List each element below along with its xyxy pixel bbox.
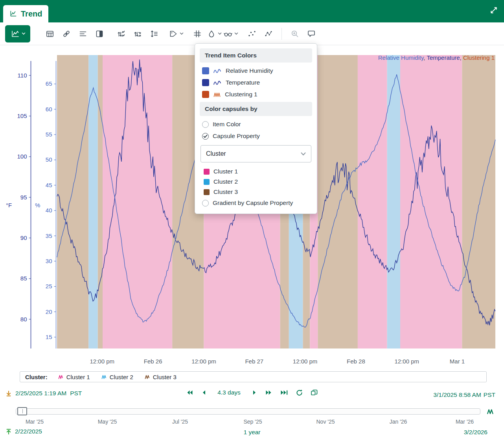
trend-item-temperature[interactable]: Temperature xyxy=(200,77,312,89)
x-tick-label: Mar 1 xyxy=(450,358,465,365)
skip-to-end-button[interactable] xyxy=(280,389,288,396)
interpolation-icon[interactable] xyxy=(261,26,276,42)
capsule-band-cluster-1[interactable] xyxy=(400,55,462,348)
y-tick-label: 25 xyxy=(46,283,52,289)
y-tick-label: 30 xyxy=(46,258,52,264)
radio-capsule-property[interactable]: Capsule Property xyxy=(200,130,312,142)
display-range-controls: 2/25/2025 1:19 AM PST 4.3 days 3/1/2025 … xyxy=(0,388,504,401)
capsule-band-cluster-3[interactable] xyxy=(318,55,358,348)
radio-label: Capsule Property xyxy=(213,133,260,140)
compress-lanes-alt-icon[interactable] xyxy=(130,26,145,42)
fast-rewind-button[interactable] xyxy=(186,389,193,396)
y-tick-label: 95 xyxy=(20,194,27,201)
gridlines-icon[interactable] xyxy=(189,26,205,42)
radio-checked-icon xyxy=(202,133,209,140)
zoom-in-icon[interactable] xyxy=(287,26,303,42)
step-forward-button[interactable] xyxy=(252,389,257,396)
select-value: Cluster xyxy=(206,150,226,157)
timeline-month-label: Jan '26 xyxy=(390,419,407,425)
y-tick-label: 50 xyxy=(46,156,52,163)
trend-item-label: Relative Humidity xyxy=(226,67,273,74)
y-tick-label: 35 xyxy=(46,232,52,239)
trend-item-clustering-1[interactable]: Clustering 1 xyxy=(200,89,312,100)
trend-item-relative-humidity[interactable]: Relative Humidity xyxy=(200,65,312,77)
y-tick-label: 40 xyxy=(46,207,52,214)
timeline-capsules-icon[interactable] xyxy=(487,408,495,417)
color-swatch xyxy=(204,189,210,195)
timeline-end-date[interactable]: 3/2/2026 xyxy=(464,429,487,436)
gradient-icon[interactable] xyxy=(206,26,222,42)
display-range-end[interactable]: 3/1/2025 8:58 AM PST xyxy=(433,391,495,398)
y-tick-label: 100 xyxy=(17,153,27,160)
radio-label: Gradient by Capsule Property xyxy=(213,199,293,207)
capsule-preview-icon[interactable] xyxy=(223,26,238,42)
timeline-duration[interactable]: 1 year xyxy=(0,429,504,436)
duration-label[interactable]: 4.3 days xyxy=(214,389,244,396)
compress-lanes-icon[interactable] xyxy=(113,26,129,42)
capsule-color-cluster-1[interactable]: Cluster 1 xyxy=(200,166,312,177)
capsule-band-cluster-3[interactable] xyxy=(462,55,495,348)
x-tick-label: Feb 26 xyxy=(144,358,162,365)
trend-views-button[interactable] xyxy=(5,25,30,42)
capsule-property-select[interactable]: Cluster xyxy=(200,145,311,162)
radio-item-color[interactable]: Item Color xyxy=(200,118,312,130)
radio-unchecked-icon xyxy=(202,121,209,128)
color-swatch[interactable] xyxy=(202,91,209,98)
duplicate-range-button[interactable] xyxy=(311,389,318,396)
step-back-button[interactable] xyxy=(201,389,206,396)
x-tick-label: Feb 28 xyxy=(347,358,365,365)
y-tick-label: 80 xyxy=(20,316,27,323)
timeline-month-label: Mar '26 xyxy=(456,419,474,425)
x-tick-label: Feb 27 xyxy=(245,358,263,365)
radio-gradient-by-capsule-property[interactable]: Gradient by Capsule Property xyxy=(200,197,312,209)
expand-icon[interactable] xyxy=(490,6,498,15)
y-axis-humidity[interactable]: 1520253035404550556065% xyxy=(35,61,56,348)
samples-icon[interactable] xyxy=(244,26,260,42)
legend-item-relative-humidity[interactable]: Relative Humidity xyxy=(378,54,424,61)
y-axis-temperature[interactable]: 80859095100105110°F xyxy=(6,61,31,348)
capsule-band-cluster-2[interactable] xyxy=(387,55,401,348)
compress-axes-icon[interactable] xyxy=(146,26,162,42)
legend-item-clustering-1[interactable]: Clustering 1 xyxy=(463,54,495,61)
tab-trend[interactable]: Trend xyxy=(3,5,48,22)
capsule-time-icon[interactable] xyxy=(42,26,58,42)
labels-icon[interactable] xyxy=(168,26,184,42)
legend-cluster-2[interactable]: Cluster 2 xyxy=(101,374,133,380)
radio-label: Item Color xyxy=(213,121,241,128)
top-bar: Trend xyxy=(0,0,504,22)
y-axis-unit: °F xyxy=(6,202,12,208)
y-tick-label: 45 xyxy=(46,182,52,188)
legend-cluster-3[interactable]: Cluster 3 xyxy=(144,374,177,380)
capsule-color-cluster-3[interactable]: Cluster 3 xyxy=(200,187,312,197)
fast-forward-button[interactable] xyxy=(265,389,272,396)
toolbar-separator xyxy=(281,28,282,40)
capsule-band-cluster-1[interactable] xyxy=(103,55,172,348)
capsule-band-cluster-1[interactable] xyxy=(358,55,387,348)
timeline-month-label: Sep '25 xyxy=(243,419,262,425)
capsule-color-cluster-2[interactable]: Cluster 2 xyxy=(200,177,312,187)
chain-view-icon[interactable] xyxy=(59,26,74,42)
cluster-label: Cluster 2 xyxy=(213,178,238,185)
annotation-icon[interactable] xyxy=(304,26,319,42)
capsule-band-cluster-3[interactable] xyxy=(98,55,103,348)
color-swatch[interactable] xyxy=(202,67,209,74)
color-swatch xyxy=(204,179,210,185)
condition-zigzag-icon xyxy=(213,92,221,98)
cluster-capsule-icon xyxy=(58,374,64,380)
dimming-icon[interactable] xyxy=(92,26,107,42)
color-swatch[interactable] xyxy=(202,79,209,86)
timeline-track[interactable] xyxy=(16,408,480,415)
radio-unchecked-icon xyxy=(202,200,209,207)
refresh-button[interactable] xyxy=(296,389,303,396)
y-tick-label: 85 xyxy=(20,275,27,282)
legend-item-temperature[interactable]: Temperature xyxy=(427,54,460,61)
details-icon[interactable] xyxy=(75,26,91,42)
caret-down-icon xyxy=(234,32,238,35)
timeline-month-label: May '25 xyxy=(98,419,117,425)
y-tick-label: 65 xyxy=(46,80,52,87)
capsule-band-cluster-3[interactable] xyxy=(57,55,88,348)
timeline-selection-handle[interactable] xyxy=(17,407,27,415)
legend-cluster-1[interactable]: Cluster 1 xyxy=(58,374,90,380)
cluster-legend-label: Cluster 1 xyxy=(66,374,90,380)
x-axis: 12:00 pmFeb 2612:00 pmFeb 2712:00 pmFeb … xyxy=(90,358,465,365)
